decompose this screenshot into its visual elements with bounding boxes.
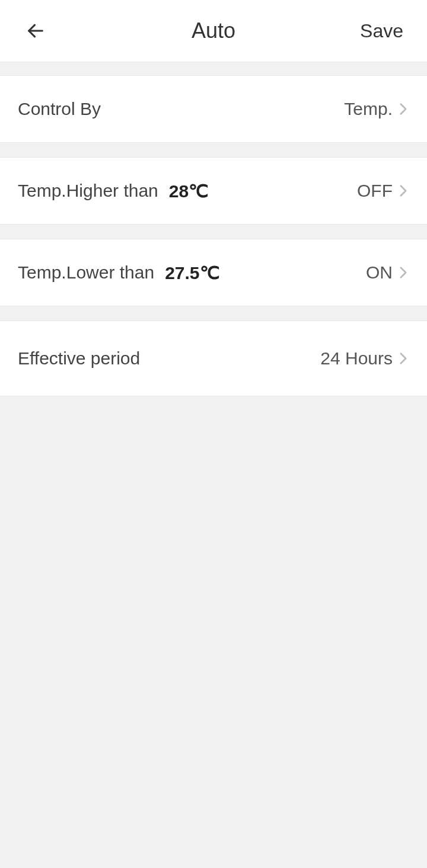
spacer	[0, 143, 427, 157]
spacer	[0, 62, 427, 75]
page-title: Auto	[192, 18, 235, 43]
chevron-right-icon	[397, 103, 409, 115]
temp-lower-right: ON	[366, 262, 409, 283]
chevron-right-icon	[397, 185, 409, 197]
back-button[interactable]	[24, 19, 47, 43]
arrow-left-icon	[26, 21, 46, 41]
temp-higher-threshold: 28℃	[169, 181, 209, 201]
temp-higher-label: Temp.Higher than	[18, 181, 158, 201]
effective-period-value: 24 Hours	[320, 348, 393, 369]
temp-lower-value: ON	[366, 262, 393, 283]
control-by-label: Control By	[18, 99, 101, 119]
temp-higher-right: OFF	[357, 181, 409, 201]
row-temp-higher[interactable]: Temp.Higher than 28℃ OFF	[0, 157, 427, 225]
chevron-right-icon	[397, 267, 409, 278]
row-effective-period[interactable]: Effective period 24 Hours	[0, 321, 427, 396]
header: Auto Save	[0, 0, 427, 62]
row-temp-lower[interactable]: Temp.Lower than 27.5℃ ON	[0, 239, 427, 306]
temp-lower-label: Temp.Lower than	[18, 262, 154, 283]
effective-period-right: 24 Hours	[320, 348, 409, 369]
control-by-right: Temp.	[344, 99, 409, 119]
row-control-by[interactable]: Control By Temp.	[0, 75, 427, 143]
spacer	[0, 306, 427, 321]
spacer	[0, 225, 427, 239]
control-by-value: Temp.	[344, 99, 393, 119]
effective-period-label: Effective period	[18, 348, 140, 369]
temp-higher-value: OFF	[357, 181, 393, 201]
save-button[interactable]: Save	[360, 20, 403, 42]
chevron-right-icon	[397, 353, 409, 364]
temp-lower-threshold: 27.5℃	[165, 262, 219, 283]
